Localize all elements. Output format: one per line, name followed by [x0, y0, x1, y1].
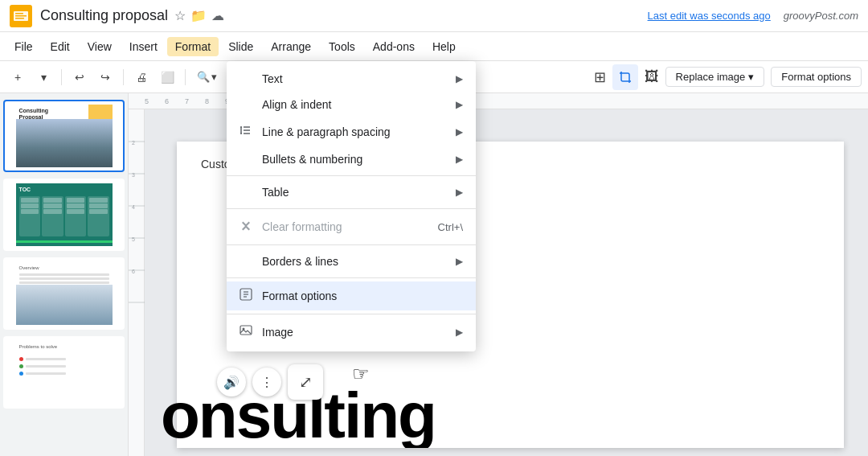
image-arrow: ▶: [456, 327, 463, 338]
menu-entry-clear: Clear formatting Ctrl+\: [227, 212, 476, 241]
toolbar-add-btn[interactable]: +: [6, 66, 29, 88]
slide2-table: [19, 196, 109, 236]
slide2-cell: [21, 198, 39, 203]
slide-thumb-inner-2: TOC: [16, 183, 113, 246]
toolbar-undo-btn[interactable]: ↩: [68, 66, 91, 88]
svg-rect-2: [15, 13, 23, 14]
toolbar-divider-2: [123, 69, 124, 85]
branding: groovyPost.com: [784, 10, 858, 22]
replace-image-label: Replace image: [676, 71, 746, 83]
table-arrow: ▶: [456, 187, 463, 198]
slide-thumb-3[interactable]: 3 Overview: [3, 257, 125, 330]
slide3-lines: [19, 273, 109, 286]
menu-entry-spacing[interactable]: Line & paragraph spacing ▶: [227, 117, 476, 146]
slide4-dots: [19, 357, 66, 376]
slide1-bg: ConsultingProposal Lorem ipsum dolor sit…: [16, 105, 113, 167]
zoom-icon: 🔍: [197, 71, 210, 83]
toolbar-image-icon[interactable]: 🖼: [645, 68, 659, 85]
slide-thumb-2[interactable]: 2 TOC: [3, 179, 125, 251]
menu-entry-align[interactable]: Align & indent ▶: [227, 92, 476, 117]
text-arrow: ▶: [456, 73, 463, 84]
toolbar-paintformat-btn[interactable]: ⬜: [156, 66, 178, 88]
replace-image-btn[interactable]: Replace image ▾: [665, 67, 765, 87]
menu-addons[interactable]: Add-ons: [365, 37, 423, 56]
slide1-img: [16, 119, 113, 167]
menu-label-table: Table: [262, 186, 452, 199]
menu-sep-5: [227, 314, 476, 314]
toolbar-zoom[interactable]: 🔍 ▾: [192, 69, 222, 84]
clear-shortcut: Ctrl+\: [438, 221, 463, 233]
slide-thumb-1[interactable]: 1 ConsultingProposal Lorem ipsum dolor s…: [3, 100, 125, 172]
zoom-dropdown-icon: ▾: [211, 71, 217, 83]
slide-thumb-4[interactable]: 4 Problems to solve: [3, 336, 125, 409]
svg-text:6: 6: [132, 269, 135, 274]
menu-label-text: Text: [262, 72, 452, 85]
slide2-toc: TOC: [19, 187, 31, 192]
toolbar-divider-3: [185, 69, 186, 85]
menu-sep-4: [227, 277, 476, 278]
toolbar-right: ⊞ 🖼 Replace image ▾ Format options: [594, 64, 862, 90]
toolbar-print-btn[interactable]: 🖨: [130, 66, 153, 88]
menu-file[interactable]: File: [6, 37, 41, 56]
menu-arrange[interactable]: Arrange: [263, 37, 319, 56]
spacing-arrow: ▶: [456, 126, 463, 138]
slide2-cell: [21, 209, 39, 214]
menu-help[interactable]: Help: [424, 37, 464, 56]
spacing-icon: [240, 124, 256, 140]
menu-entry-table[interactable]: Table ▶: [227, 179, 476, 205]
menu-view[interactable]: View: [80, 37, 120, 56]
ruler-left: 2 3 4 5 6: [129, 109, 145, 456]
clear-icon: [240, 219, 256, 235]
menu-tools[interactable]: Tools: [321, 37, 363, 56]
svg-rect-4: [15, 18, 24, 19]
slide4-bg: Problems to solve: [16, 341, 113, 404]
toolbar-icon1[interactable]: ⊞: [594, 68, 606, 86]
slide2-col-3: [65, 196, 87, 236]
menu-label-bullets: Bullets & numbering: [262, 153, 452, 166]
slide2-cell: [21, 203, 39, 208]
menu-edit[interactable]: Edit: [43, 37, 78, 56]
align-arrow: ▶: [456, 99, 463, 110]
svg-text:5: 5: [132, 236, 135, 242]
menu-entry-image[interactable]: Image ▶: [227, 318, 476, 347]
menu-insert[interactable]: Insert: [121, 37, 166, 56]
toolbar-dropdown-btn[interactable]: ▾: [32, 66, 55, 88]
menu-label-borders: Borders & lines: [262, 255, 452, 268]
menu-label-clear: Clear formatting: [262, 220, 432, 233]
more-options-btn[interactable]: ⋮: [252, 368, 281, 396]
menu-sep-1: [227, 175, 476, 176]
slide3-title: Overview: [19, 265, 39, 270]
replace-image-arrow: ▾: [748, 71, 754, 83]
dropdown-menu: Text ▶ Align & indent ▶ Line & paragrap: [227, 61, 476, 351]
crop-icon-btn[interactable]: [612, 64, 638, 90]
svg-rect-3: [15, 15, 27, 17]
star-icon[interactable]: ☆: [174, 8, 186, 23]
menu-label-format-options: Format options: [262, 290, 463, 302]
slide-thumb-inner-4: Problems to solve: [16, 341, 113, 404]
menu-sep-2: [227, 208, 476, 209]
doc-title: Consulting proposal: [40, 7, 168, 24]
svg-text:2: 2: [132, 140, 135, 146]
menu-entry-borders[interactable]: Borders & lines ▶: [227, 249, 476, 274]
slide2-bar: [16, 240, 113, 243]
slide2-col-1: [19, 196, 41, 236]
last-edit[interactable]: Last edit was seconds ago: [648, 10, 771, 22]
menu-entry-text[interactable]: Text ▶: [227, 66, 476, 92]
menu-format[interactable]: Format: [167, 37, 219, 56]
slide2-bg: TOC: [16, 183, 113, 246]
folder-icon[interactable]: 📁: [190, 8, 207, 23]
menu-label-spacing: Line & paragraph spacing: [262, 125, 452, 138]
menu-slide[interactable]: Slide: [220, 37, 261, 56]
format-options-menu-icon: [240, 288, 256, 304]
app-icon: [10, 5, 32, 27]
format-options-btn[interactable]: Format options: [771, 67, 862, 87]
menu-entry-format-options[interactable]: Format options: [227, 281, 476, 310]
menu-entry-bullets[interactable]: Bullets & numbering ▶: [227, 146, 476, 172]
image-menu-icon: [240, 324, 256, 340]
toolbar-redo-btn[interactable]: ↪: [94, 66, 117, 88]
svg-text:3: 3: [132, 172, 135, 178]
speaker-btn[interactable]: 🔊: [217, 368, 246, 396]
expand-btn[interactable]: ⤢: [288, 364, 323, 400]
slide3-img: [16, 285, 113, 325]
cloud-icon[interactable]: ☁: [211, 8, 224, 23]
